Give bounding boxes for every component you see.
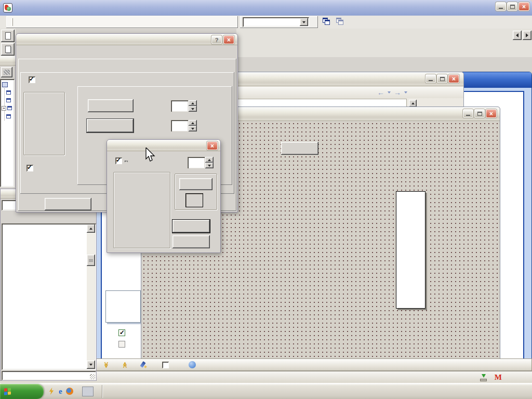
firefox-icon[interactable] bbox=[66, 388, 73, 395]
page-checkbox-1[interactable] bbox=[118, 329, 125, 336]
sync-toolbar bbox=[321, 17, 352, 28]
axis-groupbox bbox=[23, 92, 65, 155]
count-up[interactable] bbox=[189, 120, 197, 126]
code-maximize-button[interactable] bbox=[437, 74, 447, 83]
help-button[interactable] bbox=[45, 198, 91, 210]
cascade-windows-2-icon[interactable] bbox=[335, 17, 346, 27]
nav-forward-icon[interactable]: → bbox=[394, 88, 401, 97]
windows-flag-icon bbox=[4, 388, 11, 395]
palette-scroll-right[interactable] bbox=[523, 31, 531, 40]
scroll-up-button[interactable] bbox=[87, 224, 95, 233]
page-listbox[interactable] bbox=[105, 290, 141, 323]
treeview-panel[interactable]: + bbox=[0, 79, 15, 187]
tchart-control[interactable] bbox=[222, 180, 501, 311]
code-scrollbar-up[interactable] bbox=[409, 100, 417, 107]
find-next-icon: ≫ bbox=[103, 362, 110, 368]
speedbar bbox=[0, 29, 16, 57]
highlight-icon bbox=[140, 361, 148, 368]
treeview-toolbar-button[interactable] bbox=[1, 67, 12, 77]
match-case-checkbox[interactable] bbox=[162, 362, 169, 368]
chart-dialog-titlebar[interactable] bbox=[16, 34, 237, 45]
resize-grip[interactable] bbox=[90, 374, 95, 379]
find-bar: ≫ ≫ bbox=[91, 358, 532, 371]
quick-launch: e bbox=[48, 387, 77, 396]
open-file-icon bbox=[5, 46, 11, 53]
language-indicator[interactable] bbox=[82, 387, 94, 396]
count-spinner[interactable] bbox=[171, 120, 197, 131]
len-up[interactable] bbox=[189, 100, 197, 106]
tree-node-icon bbox=[7, 106, 12, 110]
find-status-icon bbox=[189, 361, 196, 368]
style-groupbox bbox=[113, 172, 170, 248]
dialog-close-button[interactable]: × bbox=[223, 35, 234, 44]
scroll-thumb[interactable] bbox=[87, 255, 95, 266]
code-close-button[interactable]: × bbox=[448, 74, 459, 83]
width-up[interactable] bbox=[205, 157, 214, 163]
taskbar: e bbox=[0, 383, 532, 399]
bce-close-button[interactable]: × bbox=[207, 141, 218, 150]
download-icon[interactable] bbox=[480, 374, 487, 381]
object-treeview-titlebar[interactable] bbox=[0, 56, 16, 65]
dialog-help-icon-button[interactable]: ? bbox=[211, 35, 222, 44]
code-editor-window: × ← → bbox=[233, 72, 464, 108]
cancel-button[interactable] bbox=[172, 235, 210, 248]
len-down[interactable] bbox=[189, 106, 197, 112]
form-close-button[interactable]: × bbox=[486, 109, 497, 118]
count-down[interactable] bbox=[189, 126, 197, 131]
menubar-grip[interactable] bbox=[11, 18, 13, 26]
menubar bbox=[6, 16, 238, 28]
nav-back-dropdown-icon[interactable] bbox=[388, 91, 391, 94]
inspector-statusbar bbox=[2, 371, 96, 380]
code-minimize-button[interactable] bbox=[425, 74, 436, 83]
color-swatch[interactable] bbox=[185, 193, 203, 207]
border-color-editor-dialog: × bbox=[107, 139, 221, 253]
minor-grid-button[interactable] bbox=[87, 119, 134, 132]
axis-visible-checkbox[interactable] bbox=[26, 165, 33, 171]
palette-scroll-left[interactable] bbox=[513, 31, 522, 40]
scroll-down-button[interactable] bbox=[87, 361, 95, 369]
tree-node-icon bbox=[6, 98, 11, 102]
internet-explorer-icon[interactable]: e bbox=[59, 387, 62, 396]
combo-dropdown-button[interactable] bbox=[300, 18, 308, 26]
minor-ticks-button[interactable] bbox=[88, 99, 134, 112]
color-button[interactable] bbox=[179, 178, 212, 190]
mail-icon[interactable]: M bbox=[495, 373, 502, 382]
main-titlebar[interactable]: × bbox=[0, 0, 532, 16]
tchart-plot bbox=[222, 180, 501, 311]
page-checkbox-2[interactable] bbox=[118, 341, 125, 348]
nav-back-icon[interactable]: ← bbox=[377, 88, 384, 97]
len-value[interactable] bbox=[171, 100, 188, 112]
close-button[interactable]: × bbox=[518, 2, 529, 11]
cascade-windows-icon[interactable] bbox=[321, 17, 332, 27]
minimize-button[interactable] bbox=[496, 2, 506, 11]
lightning-app-icon[interactable] bbox=[48, 388, 55, 395]
width-down[interactable] bbox=[205, 163, 214, 168]
find-previous-icon: ≫ bbox=[122, 362, 128, 368]
tray-divider bbox=[102, 385, 103, 398]
tree-expand-box[interactable]: + bbox=[2, 106, 6, 111]
mouse-cursor bbox=[145, 148, 156, 163]
len-spinner[interactable] bbox=[171, 100, 197, 112]
events-scrollbar[interactable] bbox=[87, 224, 95, 369]
form-maximize-button[interactable] bbox=[474, 109, 485, 118]
bce-titlebar[interactable] bbox=[107, 140, 220, 151]
show-axis-checkbox[interactable] bbox=[29, 76, 35, 83]
width-spinner[interactable] bbox=[188, 157, 214, 168]
events-grid bbox=[2, 223, 96, 370]
ok-button[interactable] bbox=[172, 220, 210, 233]
object-treeview-window: + bbox=[0, 56, 16, 189]
width-value[interactable] bbox=[188, 157, 205, 168]
color-groupbox bbox=[175, 174, 217, 210]
none-combobox[interactable] bbox=[243, 17, 309, 27]
new-file-button[interactable] bbox=[1, 30, 15, 42]
start-button[interactable] bbox=[0, 384, 44, 399]
form-minimize-button[interactable] bbox=[463, 109, 473, 118]
count-value[interactable] bbox=[171, 120, 188, 131]
border-visible-checkbox[interactable] bbox=[115, 157, 122, 164]
open-file-button[interactable] bbox=[1, 43, 15, 56]
button2[interactable] bbox=[281, 142, 318, 155]
desktop: × bbox=[0, 0, 532, 399]
nav-forward-dropdown-icon[interactable] bbox=[404, 91, 407, 94]
new-file-icon bbox=[5, 32, 11, 39]
maximize-button[interactable] bbox=[507, 2, 517, 11]
